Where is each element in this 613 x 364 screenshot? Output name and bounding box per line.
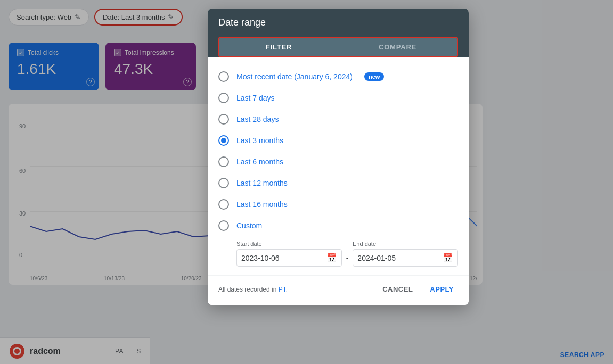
start-date-value: 2023-10-06 (241, 254, 280, 262)
end-date-value: 2024-01-05 (357, 254, 396, 262)
option-last-7-days-label: Last 7 days (236, 94, 275, 102)
option-last-16-months[interactable]: Last 16 months (218, 194, 458, 215)
footer-actions: CANCEL APPLY (378, 282, 458, 296)
date-range-modal: Date range FILTER COMPARE Most recent da… (208, 9, 469, 305)
filter-tab[interactable]: FILTER (219, 38, 338, 56)
end-date-input[interactable]: 2024-01-05 📅 (353, 249, 458, 267)
modal-footer: All dates recorded in PT. CANCEL APPLY (208, 275, 469, 305)
footer-note: All dates recorded in PT. (218, 286, 288, 293)
option-last-6-months-label: Last 6 months (236, 158, 283, 166)
option-last-6-months[interactable]: Last 6 months (218, 151, 458, 172)
custom-date-row: Start date End date 2023-10-06 📅 - 2024-… (218, 241, 458, 267)
radio-custom[interactable] (218, 220, 229, 231)
option-last-28-days[interactable]: Last 28 days (218, 109, 458, 130)
cancel-button[interactable]: CANCEL (378, 282, 417, 296)
option-custom[interactable]: Custom (218, 215, 458, 236)
start-date-label: Start date (236, 241, 342, 247)
radio-last-3-months[interactable] (218, 135, 229, 146)
radio-most-recent[interactable] (218, 71, 229, 82)
modal-body: Most recent date (January 6, 2024) new L… (208, 57, 469, 275)
option-last-12-months-label: Last 12 months (236, 179, 288, 187)
start-date-calendar-icon[interactable]: 📅 (326, 253, 337, 263)
modal-title: Date range (218, 17, 458, 28)
option-custom-label: Custom (236, 221, 262, 230)
radio-last-3-months-fill (221, 138, 226, 143)
radio-last-16-months[interactable] (218, 199, 229, 210)
option-last-3-months[interactable]: Last 3 months (218, 130, 458, 151)
apply-button[interactable]: APPLY (426, 282, 458, 296)
new-badge: new (364, 72, 384, 81)
radio-last-7-days[interactable] (218, 93, 229, 103)
option-last-12-months[interactable]: Last 12 months (218, 172, 458, 194)
end-date-label: End date (353, 241, 458, 247)
date-separator: - (346, 254, 349, 262)
radio-last-28-days[interactable] (218, 114, 229, 125)
modal-header: Date range FILTER COMPARE (208, 9, 469, 57)
compare-tab[interactable]: COMPARE (338, 38, 457, 56)
option-last-28-days-label: Last 28 days (236, 115, 279, 123)
date-labels-row: Start date End date (236, 241, 458, 247)
option-last-16-months-label: Last 16 months (236, 200, 288, 209)
option-most-recent-label: Most recent date (January 6, 2024) (236, 72, 353, 81)
option-most-recent[interactable]: Most recent date (January 6, 2024) new (218, 66, 458, 87)
radio-last-12-months[interactable] (218, 178, 229, 188)
radio-last-6-months[interactable] (218, 156, 229, 167)
option-last-7-days[interactable]: Last 7 days (218, 87, 458, 109)
option-last-3-months-label: Last 3 months (236, 136, 283, 145)
end-date-calendar-icon[interactable]: 📅 (443, 253, 453, 263)
pt-link: PT (279, 286, 286, 293)
tab-bar: FILTER COMPARE (218, 37, 458, 57)
start-date-input[interactable]: 2023-10-06 📅 (236, 249, 342, 267)
date-inputs-row: 2023-10-06 📅 - 2024-01-05 📅 (236, 249, 458, 267)
